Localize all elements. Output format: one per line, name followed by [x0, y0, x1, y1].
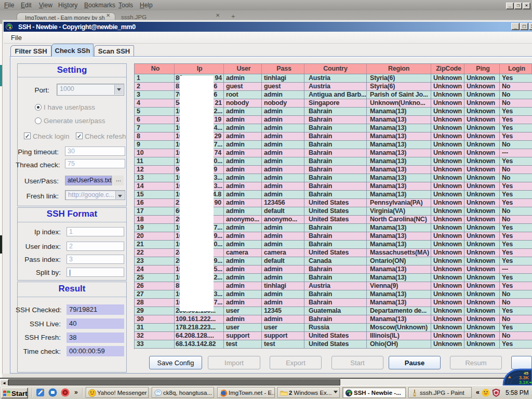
- svg-text:3.1K: 3.1K: [519, 380, 529, 385]
